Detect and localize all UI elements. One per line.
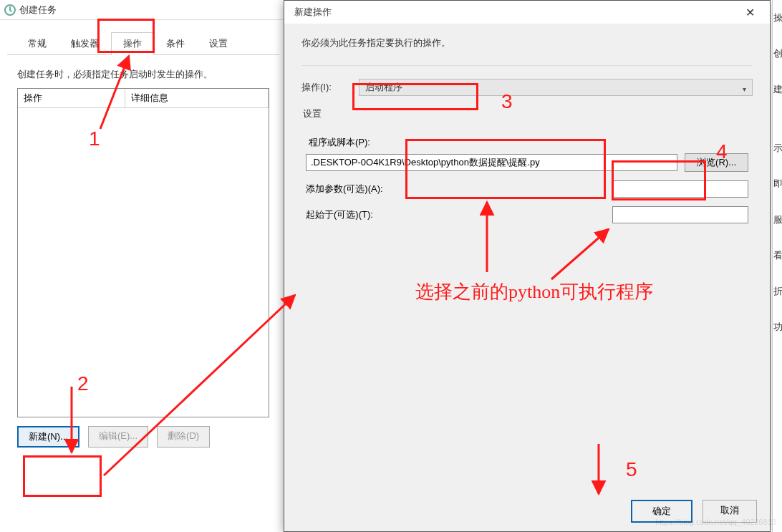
new-button[interactable]: 新建(N)... [17,426,79,448]
actions-table: 操作 详细信息 [17,88,269,417]
delete-button[interactable]: 删除(D) [157,426,210,448]
chevron-down-icon: ▾ [743,85,746,93]
action-select-value: 启动程序 [365,81,402,94]
tab-settings[interactable]: 设置 [197,32,240,55]
parent-title-text: 创建任务 [19,4,57,16]
dialog-title-bar: 新建操作 ✕ [284,1,770,24]
tab-description: 创建任务时，必须指定任务启动时发生的操作。 [0,55,286,88]
col-details: 详细信息 [125,89,269,107]
table-header: 操作 详细信息 [18,89,269,108]
args-input[interactable] [612,180,748,198]
dialog-title: 新建操作 [294,6,332,19]
table-buttons: 新建(N)... 编辑(E)... 删除(D) [0,417,286,456]
tab-actions[interactable]: 操作 [111,32,154,55]
settings-group-label: 设置 [301,107,753,126]
close-icon[interactable]: ✕ [735,2,764,22]
browse-button[interactable]: 浏览(R)... [685,153,748,172]
tab-general[interactable]: 常规 [16,32,59,55]
edit-button[interactable]: 编辑(E)... [88,426,148,448]
dialog-message: 你必须为此任务指定要执行的操作。 [301,37,753,49]
settings-group: 程序或脚本(P): 浏览(R)... 添加参数(可选)(A): 起始于(可选)(… [301,126,753,235]
col-action: 操作 [18,89,125,107]
parent-title-bar: 创建任务 [0,0,286,20]
right-panel-fragment: 操创建示即服看折功 [772,0,782,532]
action-row: 操作(I): 启动程序 ▾ [301,79,753,96]
dialog-body: 你必须为此任务指定要执行的操作。 操作(I): 启动程序 ▾ 设置 程序或脚本(… [284,24,770,248]
parent-window: 创建任务 常规 触发器 操作 条件 设置 创建任务时，必须指定任务启动时发生的操… [0,0,286,532]
tab-conditions[interactable]: 条件 [154,32,197,55]
args-label: 添加参数(可选)(A): [306,183,399,195]
action-label: 操作(I): [301,81,359,94]
startin-input[interactable] [612,206,748,223]
startin-label: 起始于(可选)(T): [306,208,399,221]
tab-triggers[interactable]: 触发器 [59,32,111,55]
script-label: 程序或脚本(P): [309,136,748,149]
new-action-dialog: 新建操作 ✕ 你必须为此任务指定要执行的操作。 操作(I): 启动程序 ▾ 设置… [284,0,771,532]
tab-strip: 常规 触发器 操作 条件 设置 [7,20,279,55]
watermark: https://blog.csdn.net/qq_40226813 [655,518,776,526]
action-select[interactable]: 启动程序 ▾ [359,79,753,96]
script-input[interactable] [306,154,677,171]
clock-icon [4,4,16,16]
